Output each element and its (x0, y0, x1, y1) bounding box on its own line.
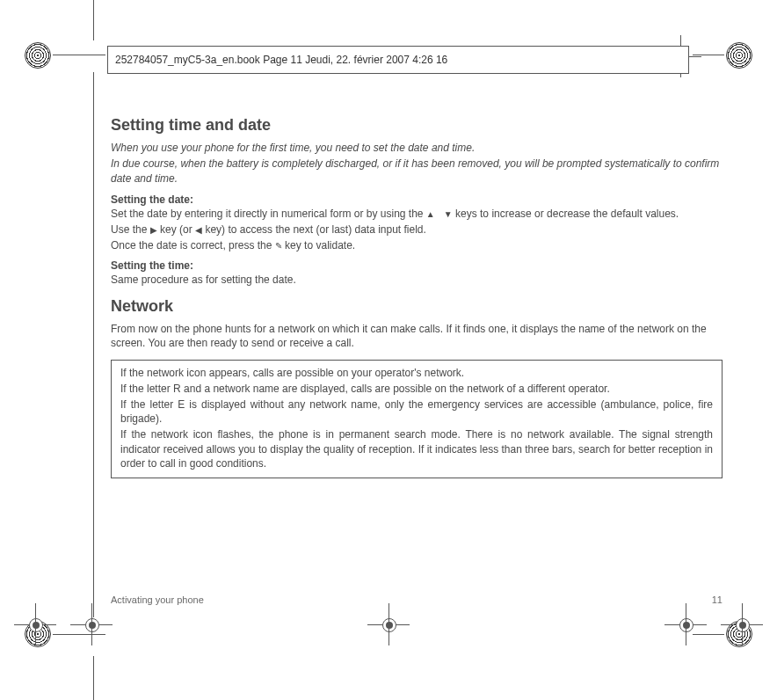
body-line: Same procedure as for setting the date. (111, 273, 723, 287)
register-mark-icon (25, 42, 51, 69)
down-arrow-icon: ▼ (444, 210, 453, 219)
crop-line (93, 0, 94, 40)
left-arrow-icon: ◀ (195, 226, 202, 235)
intro-paragraph: When you use your phone for the first ti… (111, 141, 723, 186)
page-footer: Activating your phone 11 (111, 594, 723, 605)
right-arrow-icon: ▶ (150, 226, 157, 235)
crosshair-icon (70, 603, 113, 645)
footer-page-number: 11 (712, 594, 723, 605)
body-line: Use the ▶ key (or ◀ key) to access the n… (111, 222, 723, 237)
info-line: If the letter R and a network name are d… (120, 382, 713, 396)
info-line: If the network icon flashes, the phone i… (120, 427, 713, 470)
subheading-setting-time: Setting the time: (111, 259, 723, 273)
footer-section: Activating your phone (111, 594, 204, 605)
info-line: If the network icon appears, calls are p… (120, 366, 713, 380)
crop-line (93, 656, 94, 700)
subheading-setting-date: Setting the date: (111, 193, 723, 207)
intro-line: When you use your phone for the first ti… (111, 141, 723, 155)
heading-setting-time-date: Setting time and date (111, 114, 723, 135)
body-line: From now on the phone hunts for a networ… (111, 322, 723, 350)
page-content: Setting time and date When you use your … (111, 114, 723, 478)
info-line: If the letter E is displayed without any… (120, 397, 713, 426)
body-line: Set the date by entering it directly in … (111, 207, 723, 221)
page-header-box: 252784057_myC5-3a_en.book Page 11 Jeudi,… (107, 46, 689, 74)
register-mark-icon (726, 42, 752, 69)
crosshair-icon (721, 603, 763, 645)
crosshair-icon (14, 603, 56, 645)
info-box: If the network icon appears, calls are p… (111, 360, 723, 478)
crosshair-icon (367, 603, 410, 645)
body-line: Once the date is correct, press the ✎ ke… (111, 238, 723, 252)
crop-line (93, 72, 94, 617)
heading-network: Network (111, 295, 723, 317)
ok-key-icon: ✎ (275, 242, 282, 251)
crosshair-icon (664, 603, 707, 645)
crop-line (53, 55, 105, 55)
intro-line: In due course, when the battery is compl… (111, 157, 723, 185)
page-header-text: 252784057_myC5-3a_en.book Page 11 Jeudi,… (115, 54, 447, 66)
up-arrow-icon: ▲ (426, 210, 435, 219)
